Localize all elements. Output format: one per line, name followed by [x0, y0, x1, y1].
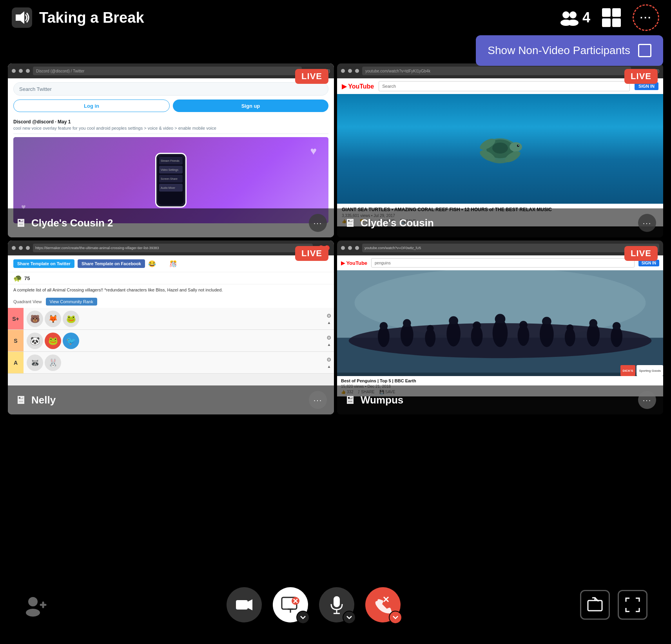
turtle-video	[337, 94, 663, 204]
cell-more-btn-4[interactable]: ···	[638, 391, 656, 409]
microphone-chevron[interactable]	[343, 611, 356, 624]
ac-community-rank-btn[interactable]: View Community Rank	[46, 298, 97, 306]
tweet-author: Discord @discord · May 1	[13, 119, 328, 125]
tier-gear-2[interactable]: ⚙	[326, 335, 332, 341]
cell-label-1: 🖥 Clyde's Cousin 2 ···	[8, 208, 334, 237]
grid-layout-button[interactable]	[600, 6, 623, 29]
bottom-controls	[0, 566, 671, 644]
twitter-login-btn[interactable]: Log in	[13, 99, 170, 112]
tier-a-label: A	[8, 352, 24, 373]
page-title: Taking a Break	[39, 9, 144, 26]
end-call-chevron[interactable]	[389, 611, 402, 624]
svg-rect-50	[236, 600, 248, 610]
non-video-checkbox[interactable]	[638, 44, 651, 57]
ac-emoji2: 🎊	[169, 260, 177, 268]
url-bar-2: youtube.com/watch?v=tdFyKI1yGb4k	[362, 67, 631, 75]
cell-name-1: 🖥 Clyde's Cousin 2	[15, 217, 113, 230]
svg-point-44	[613, 322, 621, 330]
svg-point-30	[449, 316, 458, 326]
char-avatar-6: 🐦	[63, 333, 79, 349]
tier-s-settings: ⚙ ▲	[324, 330, 334, 351]
monitor-icon-2: 🖥	[344, 217, 355, 230]
tier-gear-3[interactable]: ⚙	[326, 356, 332, 363]
tier-s-chars: 🐼 🐸 🐦	[24, 330, 324, 351]
yt-search: Search	[379, 81, 630, 91]
penguin-video: DICK'S Sporting Goods	[337, 270, 663, 376]
ac-count2: 36	[180, 260, 187, 267]
svg-rect-6	[602, 8, 611, 17]
cell-name-3: 🖥 Nelly	[15, 394, 56, 407]
svg-rect-63	[588, 601, 602, 611]
svg-point-47	[26, 609, 40, 617]
ac-hat-row: 🐢 75	[8, 272, 334, 284]
svg-rect-58	[334, 596, 340, 607]
svg-point-32	[473, 322, 481, 330]
screen-share-chevron[interactable]	[296, 611, 310, 624]
more-options-button[interactable]: ···	[633, 4, 659, 31]
cell-more-btn-3[interactable]: ···	[309, 391, 327, 409]
monitor-icon-1: 🖥	[15, 217, 26, 230]
cell-more-btn-2[interactable]: ···	[638, 214, 656, 232]
tier-arrow-3[interactable]: ▲	[327, 364, 331, 369]
tier-s-plus-label: S+	[8, 308, 24, 329]
ac-twitter-share[interactable]: Share Template on Twitter	[13, 259, 74, 268]
ac-tier-list: S+ 🐻 🦊 🐸 ⚙ ▲ S 🐼 🐸	[8, 308, 334, 374]
live-badge-2: LIVE	[624, 69, 658, 84]
cell-label-4: 🖥 Wumpus ···	[337, 385, 663, 414]
share-screen-external-button[interactable]	[580, 590, 610, 620]
url-bar-4: youtube.com/watch?v=OF0w8z_lU5	[362, 244, 659, 252]
svg-point-28	[427, 325, 434, 332]
controls-right	[580, 590, 647, 620]
ac-count1: 22	[159, 260, 166, 267]
cell-more-btn-1[interactable]: ···	[309, 214, 327, 232]
participants-count: 4	[560, 9, 590, 26]
tier-arrow-1[interactable]: ▲	[327, 320, 331, 325]
peng-yt-logo: ▶ YouTube	[341, 260, 367, 266]
tier-s-plus-settings: ⚙ ▲	[324, 308, 334, 329]
tier-a-chars: 🦝 🐰	[24, 352, 324, 373]
controls-center	[227, 587, 401, 622]
tier-s-plus-chars: 🐻 🦊 🐸	[24, 308, 324, 329]
cell-name-2: 🖥 Clyde's Cousin	[344, 217, 434, 230]
cell-label-2: 🖥 Clyde's Cousin ···	[337, 208, 663, 237]
char-avatar-1: 🐻	[27, 311, 43, 327]
browser-bar-3: https://tiermaker.com/create/the-ultimat…	[8, 241, 334, 255]
svg-rect-7	[612, 8, 621, 17]
url-bar: Discord (@discord) / Twitter	[33, 67, 302, 75]
tier-s-plus-row: S+ 🐻 🦊 🐸 ⚙ ▲	[8, 308, 334, 330]
live-badge-4: LIVE	[624, 246, 658, 261]
add-participant-button[interactable]	[24, 593, 47, 617]
video-grid: Discord (@discord) / Twitter Incognito (…	[0, 59, 671, 419]
tier-a-row: A 🦝 🐰 ⚙ ▲	[8, 352, 334, 374]
ac-fb-share[interactable]: Share Template on Facebook	[78, 259, 145, 268]
peng-ad-banner: DICK'S Sporting Goods	[620, 365, 663, 376]
browser-bar-4: youtube.com/watch?v=OF0w8z_lU5	[337, 241, 663, 255]
cell-name-4: 🖥 Wumpus	[344, 394, 403, 407]
svg-point-18	[518, 145, 519, 146]
controls-left	[24, 593, 47, 617]
camera-button[interactable]	[227, 587, 262, 622]
ac-emoji1: 😂	[148, 260, 156, 268]
twitter-login-row: Log in Sign up	[13, 99, 328, 112]
peng-search: penguins	[371, 258, 635, 268]
ac-share-row: Share Template on Twitter Share Template…	[8, 255, 334, 272]
svg-point-34	[495, 314, 506, 324]
char-avatar-8: 🐰	[45, 355, 61, 371]
fullscreen-button[interactable]	[618, 590, 647, 620]
svg-rect-9	[612, 18, 621, 27]
microphone-container	[319, 587, 354, 622]
svg-point-38	[542, 317, 551, 326]
tweet-text: cool new voice overlay feature for you c…	[13, 126, 328, 130]
char-avatar-5: 🐸	[45, 333, 61, 349]
tier-arrow-2[interactable]: ▲	[327, 342, 331, 347]
youtube-logo: ▶ YouTube	[342, 83, 374, 90]
svg-point-4	[569, 11, 577, 18]
non-video-label: Show Non-Video Participants	[488, 44, 630, 57]
svg-point-13	[510, 142, 522, 152]
twitter-signup-btn[interactable]: Sign up	[173, 99, 328, 112]
participant-number: 4	[582, 9, 590, 26]
tier-gear-1[interactable]: ⚙	[326, 313, 332, 319]
svg-marker-51	[248, 599, 252, 610]
svg-point-5	[568, 20, 579, 26]
svg-point-26	[403, 319, 411, 327]
